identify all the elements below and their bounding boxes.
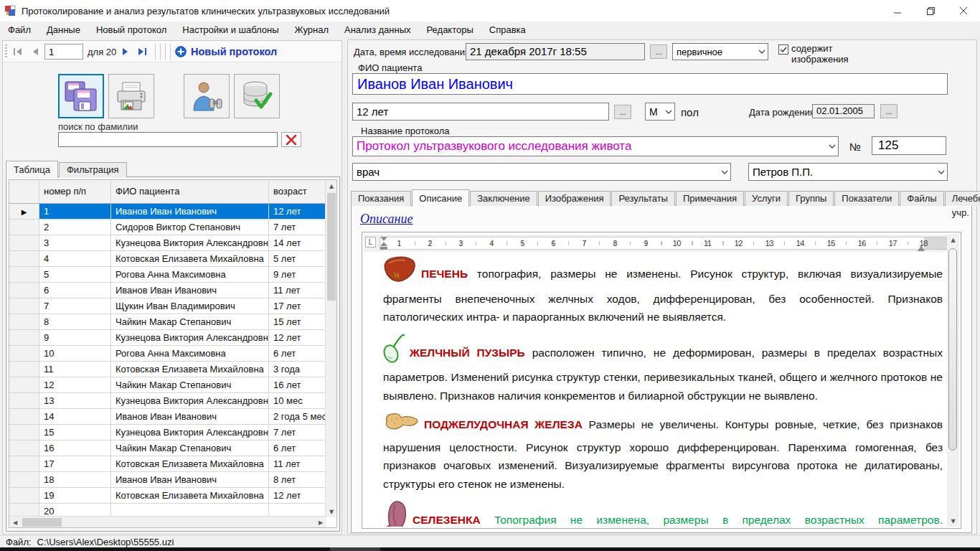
header-age: возраст xyxy=(269,180,326,203)
cell-name: Кузнецова Виктория Александровна xyxy=(111,235,269,251)
scrollbar-thumb[interactable] xyxy=(22,518,62,527)
search-input[interactable] xyxy=(58,132,278,147)
save-button[interactable] xyxy=(58,74,104,118)
menu-item-5[interactable]: Анализ данных xyxy=(336,22,419,38)
last-record-button[interactable] xyxy=(135,44,151,60)
table-row[interactable]: 6Иванов Иван Иванович11 лет xyxy=(9,283,326,298)
table-vertical-scrollbar[interactable]: ▲ ▼ xyxy=(325,180,336,517)
age-ellipsis-button[interactable]: ... xyxy=(614,105,631,119)
cell-age: 17 лет xyxy=(269,298,326,314)
detail-tab-2[interactable]: Заключение xyxy=(470,191,537,206)
contains-images-checkbox[interactable] xyxy=(778,44,788,55)
menu-item-7[interactable]: Справка xyxy=(481,22,534,38)
table-row[interactable]: 8Чайкин Макар Степанович15 лет xyxy=(9,314,326,330)
table-row[interactable]: 16Чайкин Макар Степанович6 лет xyxy=(9,441,326,456)
table-row[interactable]: 11Котовская Елизавета Михайловна3 года xyxy=(9,362,326,377)
patient-name-input[interactable] xyxy=(352,73,948,95)
detail-tab-4[interactable]: Результаты xyxy=(611,191,674,206)
print-button[interactable] xyxy=(108,74,154,118)
table-row[interactable]: 7Щукин Иван Владимирович17 лет xyxy=(9,298,326,314)
detail-tab-5[interactable]: Примечания xyxy=(676,191,744,206)
table-row[interactable]: 4Котовская Елизавета Михайловна5 лет xyxy=(9,251,326,267)
first-record-button[interactable] xyxy=(10,44,26,60)
cell-name: Рогова Анна Максимовна xyxy=(111,346,269,362)
taskbar-item-edge xyxy=(330,547,380,551)
record-position-input[interactable] xyxy=(44,44,83,60)
detail-tab-0[interactable]: Показания xyxy=(351,191,411,206)
age-input[interactable] xyxy=(352,103,609,121)
table-row[interactable]: 18Иванов Иван Иванович8 лет xyxy=(9,472,326,488)
table-row[interactable]: 14Иванов Иван Иванович2 года 5 мес xyxy=(9,409,326,425)
doctor-role-combo[interactable]: врач xyxy=(352,163,731,181)
dob-field[interactable]: 02.01.2005 xyxy=(812,104,875,118)
menu-item-1[interactable]: Данные xyxy=(39,22,88,38)
database-check-button[interactable] xyxy=(234,74,280,118)
table-row[interactable]: 19Котовская Елизавета Михайловна12 лет xyxy=(9,488,326,504)
tab-stop-selector[interactable]: L xyxy=(365,237,376,248)
menu-item-4[interactable]: Журнал xyxy=(287,22,336,38)
detail-tab-1[interactable]: Описание xyxy=(412,189,469,207)
close-button[interactable] xyxy=(947,0,980,22)
sex-combo[interactable]: М xyxy=(645,103,675,121)
editor-vertical-scrollbar[interactable]: ▲ ▼ xyxy=(947,234,959,527)
table-row[interactable]: 17Котовская Елизавета Михайловна11 лет xyxy=(9,456,326,472)
scroll-down-icon[interactable]: ▼ xyxy=(947,515,959,527)
patient-search-button[interactable] xyxy=(184,74,230,118)
detail-tab-8[interactable]: Показатели xyxy=(834,191,899,206)
scroll-up-icon[interactable]: ▲ xyxy=(326,180,337,192)
scrollbar-thumb[interactable] xyxy=(327,193,336,301)
table-row[interactable]: ▶1Иванов Иван Иванович12 лет xyxy=(9,204,326,220)
ruler: 123456789101112131415161718 xyxy=(380,235,955,251)
previous-record-button[interactable] xyxy=(27,44,43,60)
cell-number: 2 xyxy=(39,220,111,235)
table-row[interactable]: 5Рогова Анна Максимовна9 лет xyxy=(9,267,326,283)
description-link[interactable]: Описание xyxy=(360,212,413,227)
table-row[interactable]: 13Кузнецова Виктория Александровна10 мес xyxy=(9,393,326,409)
cell-name: Иванов Иван Иванович xyxy=(111,204,269,220)
date-field[interactable]: 21 декабря 2017г 18:55 xyxy=(466,43,645,60)
menu-item-3[interactable]: Настройки и шаблоны xyxy=(174,22,286,38)
left-tab-1[interactable]: Фильтрация xyxy=(59,162,127,177)
cell-name: Щукин Иван Владимирович xyxy=(111,298,269,314)
table-row[interactable]: 10Рогова Анна Максимовна6 лет xyxy=(9,346,326,362)
restore-button[interactable] xyxy=(914,0,947,22)
detail-tab-3[interactable]: Изображения xyxy=(538,191,611,206)
menu-bar: ФайлДанныеНовый протоколНастройки и шабл… xyxy=(0,22,980,39)
last-record-icon xyxy=(138,47,148,56)
menu-item-6[interactable]: Редакторы xyxy=(419,22,481,38)
table-row[interactable]: 2Сидоров Виктор Степанович7 лет xyxy=(9,220,326,235)
protocol-name-combo[interactable]: Протокол ультразвукового исследования жи… xyxy=(352,136,839,156)
table-row[interactable]: 9Кузнецова Виктория Александровна12 лет xyxy=(9,330,326,346)
menu-item-0[interactable]: Файл xyxy=(0,22,39,38)
scroll-left-icon[interactable]: ◀ xyxy=(9,517,21,528)
table-horizontal-scrollbar[interactable]: ◀ ▶ xyxy=(9,516,326,527)
new-protocol-button[interactable]: Новый протокол xyxy=(175,42,277,61)
right-indent-marker[interactable] xyxy=(918,241,925,254)
detail-tab-9[interactable]: Файлы xyxy=(900,191,943,206)
scroll-up-icon[interactable]: ▲ xyxy=(947,234,959,245)
left-tab-0[interactable]: Таблица xyxy=(6,161,58,178)
clear-search-button[interactable] xyxy=(281,132,301,147)
minimize-button[interactable] xyxy=(881,0,914,22)
table-row[interactable]: 12Чайкин Макар Степанович16 лет xyxy=(9,377,326,393)
exam-type-combo[interactable]: первичное xyxy=(672,43,768,60)
cell-age: 2 года 5 мес xyxy=(269,409,326,425)
detail-tab-10[interactable]: Лечебн. учр. xyxy=(945,191,980,206)
detail-tab-7[interactable]: Группы xyxy=(788,191,834,206)
table-row[interactable]: 15Кузнецова Виктория Александровна7 лет xyxy=(9,425,326,441)
left-tab-strip: ТаблицаФильтрация xyxy=(6,160,128,177)
date-ellipsis-button[interactable]: ... xyxy=(650,44,667,59)
left-indent-marker[interactable] xyxy=(380,237,387,253)
dob-ellipsis-button[interactable]: ... xyxy=(880,104,897,118)
protocol-number-input[interactable] xyxy=(872,136,946,155)
doctor-name-combo[interactable]: Петров П.П. xyxy=(748,163,948,181)
next-record-button[interactable] xyxy=(118,44,133,60)
document-body[interactable]: ПЕЧЕНЬ топография, размеры не изменены. … xyxy=(383,255,943,527)
scroll-right-icon[interactable]: ▶ xyxy=(315,517,326,528)
menu-item-2[interactable]: Новый протокол xyxy=(88,22,174,38)
table-row[interactable]: 3Кузнецова Виктория Александровна14 лет xyxy=(9,235,326,251)
scrollbar-thumb[interactable] xyxy=(948,248,957,451)
toolstrip-grip-icon[interactable] xyxy=(5,44,7,59)
scroll-down-icon[interactable]: ▼ xyxy=(326,506,337,517)
detail-tab-6[interactable]: Услуги xyxy=(745,191,788,206)
